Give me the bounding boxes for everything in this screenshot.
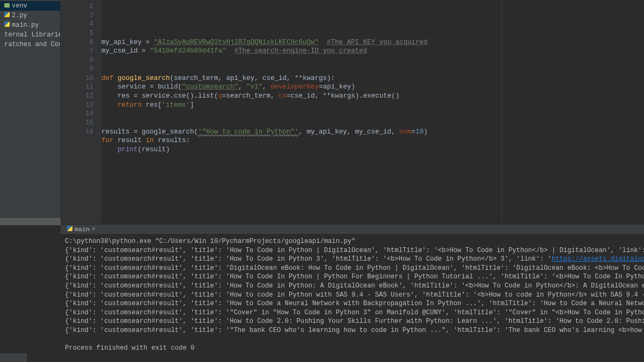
sidebar-item-label: ratches and Consoles bbox=[4, 41, 60, 48]
code-line[interactable]: my_api_key = "AIzaSyAoREVRwQ3tvHj2R7gQQN… bbox=[101, 38, 644, 47]
run-tabs-bar: main × bbox=[61, 224, 644, 234]
console-output-line: {'kind': 'customsearch#result', 'title':… bbox=[65, 272, 644, 282]
sidebar-item-label: main.py bbox=[12, 21, 39, 29]
code-line[interactable] bbox=[101, 119, 644, 128]
sidebar-item-label: ternal Libraries bbox=[4, 31, 60, 39]
run-tab-label: main bbox=[75, 226, 90, 233]
code-line[interactable] bbox=[101, 154, 644, 164]
sidebar-item-label: venv bbox=[12, 2, 27, 10]
code-line[interactable] bbox=[101, 56, 644, 65]
status-bar-fragment bbox=[0, 353, 27, 362]
console-output-line: {'kind': 'customsearch#result', 'title':… bbox=[65, 308, 644, 317]
line-gutter: 2345678910111213141516 bbox=[61, 0, 101, 224]
code-line[interactable]: def google_search(search_term, api_key, … bbox=[101, 74, 644, 83]
code-line[interactable] bbox=[101, 65, 644, 74]
main-panel: 2345678910111213141516 my_api_key = "AIz… bbox=[61, 0, 644, 362]
console-exit-status: Process finished with exit code 0 bbox=[65, 344, 644, 353]
folder-icon bbox=[4, 2, 10, 10]
right-margin-guide bbox=[501, 0, 502, 224]
console-output-line: {'kind': 'customsearch#result', 'title':… bbox=[65, 299, 644, 308]
sidebar-item[interactable]: main.py bbox=[0, 20, 60, 30]
console-output-line: {'kind': 'customsearch#result', 'title':… bbox=[65, 326, 644, 335]
code-line[interactable] bbox=[101, 109, 644, 119]
console-output-line: {'kind': 'customsearch#result', 'title':… bbox=[65, 246, 644, 255]
python-icon bbox=[67, 226, 72, 233]
code-line[interactable]: return res['items'] bbox=[101, 101, 644, 110]
console-output-line: {'kind': 'customsearch#result', 'title':… bbox=[65, 282, 644, 291]
sidebar-item-label: 2.py bbox=[12, 12, 27, 19]
sidebar-item[interactable]: ternal Libraries bbox=[0, 30, 60, 40]
close-icon[interactable]: × bbox=[92, 226, 96, 233]
console-output-line: {'kind': 'customsearch#result', 'title':… bbox=[65, 291, 644, 300]
console-output-line: {'kind': 'customsearch#result', 'title':… bbox=[65, 317, 644, 326]
run-tab-main[interactable]: main × bbox=[64, 226, 99, 233]
python-file-icon bbox=[4, 12, 10, 19]
code-line[interactable]: print(result) bbox=[101, 145, 644, 154]
sidebar-scrollbar[interactable] bbox=[0, 217, 61, 225]
sidebar-item[interactable]: 2.py bbox=[0, 11, 60, 20]
code-line[interactable]: service = build("customsearch", "v1", de… bbox=[101, 83, 644, 92]
sidebar-item[interactable]: ratches and Consoles bbox=[0, 40, 60, 49]
code-line[interactable]: res = service.cse().list(q=search_term, … bbox=[101, 92, 644, 101]
run-console[interactable]: C:\python38\python.exe "C:/Users/Win 10/… bbox=[61, 234, 644, 362]
code-line[interactable]: for result in results: bbox=[101, 136, 644, 145]
console-output-line: {'kind': 'customsearch#result', 'title':… bbox=[65, 264, 644, 273]
code-pane[interactable]: my_api_key = "AIzaSyAoREVRwQ3tvHj2R7gQQN… bbox=[101, 0, 644, 224]
code-line[interactable]: results = google_search('"How to code in… bbox=[101, 128, 644, 137]
code-line[interactable] bbox=[101, 29, 644, 38]
code-line[interactable]: my_cse_id = "5410efd24b69d41fa" #The sea… bbox=[101, 47, 644, 56]
project-sidebar[interactable]: venv2.pymain.pyternal Librariesratches a… bbox=[0, 0, 61, 224]
console-link[interactable]: https://assets.digitalocean.com/books/py… bbox=[552, 255, 644, 263]
console-command: C:\python38\python.exe "C:/Users/Win 10/… bbox=[65, 237, 644, 246]
sidebar-item[interactable]: venv bbox=[0, 1, 60, 11]
console-output-line: {'kind': 'customsearch#result', 'title':… bbox=[65, 255, 644, 264]
python-file-icon bbox=[4, 21, 10, 29]
code-editor[interactable]: 2345678910111213141516 my_api_key = "AIz… bbox=[61, 0, 644, 224]
